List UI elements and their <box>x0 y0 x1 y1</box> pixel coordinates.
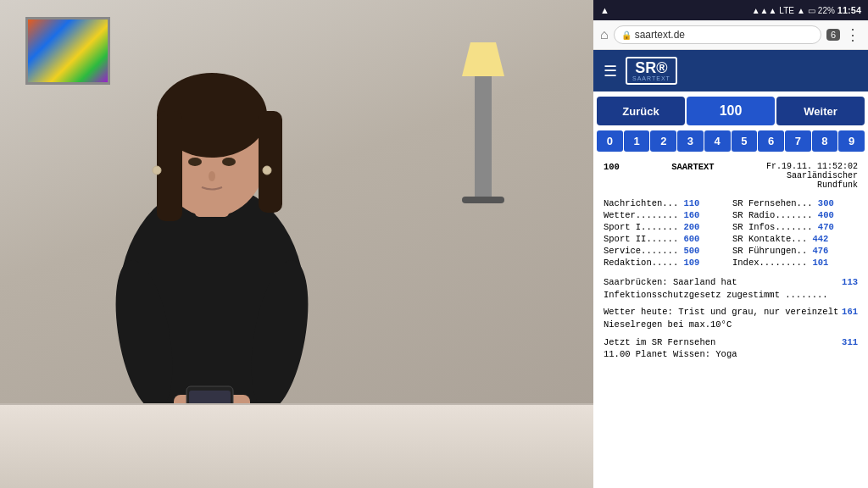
menu-num-5: 470 <box>818 222 834 232</box>
news-item-2[interactable]: 311 Jetzt im SR Fernsehen 11.00 Planet W… <box>604 336 858 361</box>
menu-label-2: Wetter........ <box>604 210 684 220</box>
status-icons: ▲▲▲ LTE ▲ ▭ 22% 11:54 <box>752 5 861 15</box>
news-item-0[interactable]: 113 Saarbrücken: Saarland hat Infektions… <box>604 276 858 301</box>
sr-logo: SR® SAARTEXT <box>626 57 677 85</box>
back-button[interactable]: Zurück <box>597 97 685 125</box>
menu-label-8: Service....... <box>604 246 684 256</box>
menu-item-3[interactable]: SR Radio....... 400 <box>732 210 858 220</box>
svg-point-10 <box>263 166 271 175</box>
menu-label-1: SR Fernsehen... <box>732 198 818 208</box>
menu-num-1: 300 <box>818 198 834 208</box>
lock-icon: 🔒 <box>621 30 632 40</box>
page-number-button[interactable]: 100 <box>687 97 775 125</box>
tab-count[interactable]: 6 <box>826 29 840 41</box>
menu-item-0[interactable]: Nachrichten... 110 <box>604 198 729 208</box>
number-buttons: 0 1 2 3 4 5 6 7 8 9 <box>593 130 868 155</box>
news-item-1[interactable]: 161 Wetter heute: Trist und grau, nur ve… <box>604 306 858 330</box>
sr-logo-text: SR® <box>635 60 667 75</box>
battery-percent: 22% <box>818 6 835 15</box>
menu-item-10[interactable]: Redaktion..... 109 <box>604 258 729 268</box>
menu-num-7: 442 <box>813 234 829 244</box>
news-text-1: Wetter heute: Trist und grau, nur verein… <box>604 307 838 330</box>
forward-button[interactable]: Weiter <box>776 97 865 125</box>
menu-label-6: Sport II...... <box>604 234 684 244</box>
num-btn-1[interactable]: 1 <box>624 130 650 152</box>
browser-bar[interactable]: ⌂ 🔒 saartext.de 6 ⋮ <box>593 20 868 50</box>
menu-item-11[interactable]: Index......... 101 <box>732 258 858 268</box>
news-num-1: 161 <box>842 306 858 319</box>
signal-icon: ▲▲▲ <box>752 6 777 15</box>
teletext-news: 113 Saarbrücken: Saarland hat Infektions… <box>604 276 858 361</box>
news-text-0: Saarbrücken: Saarland hat Infektionsschu… <box>604 277 828 300</box>
svg-rect-5 <box>259 111 282 213</box>
network-icon: LTE <box>779 6 794 15</box>
num-btn-6[interactable]: 6 <box>758 130 784 152</box>
sr-header: ☰ SR® SAARTEXT <box>593 50 868 92</box>
menu-item-5[interactable]: SR Infos....... 470 <box>732 222 858 232</box>
menu-label-4: Sport I....... <box>604 222 684 232</box>
tt-date: Fr.19.11. 11:52:02 <box>766 162 858 171</box>
menu-num-6: 600 <box>684 234 700 244</box>
tt-org2: Rundfunk <box>766 180 858 190</box>
menu-num-8: 500 <box>684 246 700 256</box>
photo-background <box>0 0 593 488</box>
wifi-icon: ▲ <box>797 6 805 15</box>
menu-item-7[interactable]: SR Kontakte... 442 <box>732 234 858 244</box>
menu-num-9: 476 <box>813 246 829 256</box>
sr-logo-sub: SAARTEXT <box>632 75 670 81</box>
num-btn-4[interactable]: 4 <box>704 130 731 152</box>
browser-menu-dots[interactable]: ⋮ <box>845 25 861 44</box>
tt-page-num: 100 <box>604 162 620 190</box>
menu-item-4[interactable]: Sport I....... 200 <box>604 222 729 232</box>
menu-num-10: 109 <box>684 258 700 268</box>
battery-icon: ▭ <box>808 6 815 15</box>
menu-item-6[interactable]: Sport II...... 600 <box>604 234 729 244</box>
svg-rect-4 <box>157 111 182 221</box>
num-btn-9[interactable]: 9 <box>838 130 865 152</box>
menu-label-9: SR Führungen.. <box>732 246 813 256</box>
num-btn-3[interactable]: 3 <box>677 130 704 152</box>
menu-item-2[interactable]: Wetter........ 160 <box>604 210 729 220</box>
url-bar[interactable]: 🔒 saartext.de <box>614 25 821 44</box>
num-btn-5[interactable]: 5 <box>732 130 758 152</box>
menu-num-2: 160 <box>684 210 700 220</box>
num-btn-2[interactable]: 2 <box>650 130 676 152</box>
news-num-2: 311 <box>842 336 858 349</box>
svg-point-8 <box>209 171 215 181</box>
home-icon[interactable]: ⌂ <box>600 27 609 42</box>
lamp <box>475 68 492 203</box>
svg-point-7 <box>222 158 236 166</box>
url-text[interactable]: saartext.de <box>635 29 685 41</box>
teletext-menu: Nachrichten... 110 SR Fernsehen... 300 W… <box>604 198 858 268</box>
menu-label-3: SR Radio....... <box>732 210 818 220</box>
num-btn-7[interactable]: 7 <box>785 130 811 152</box>
table <box>0 403 593 488</box>
status-left: ▲ <box>600 5 609 15</box>
tt-datetime: Fr.19.11. 11:52:02 Saarländischer Rundfu… <box>766 162 858 190</box>
status-bar: ▲ ▲▲▲ LTE ▲ ▭ 22% 11:54 <box>593 0 868 20</box>
num-btn-8[interactable]: 8 <box>812 130 838 152</box>
tt-org1: Saarländischer <box>766 171 858 180</box>
menu-label-0: Nachrichten... <box>604 198 684 208</box>
news-num-0: 113 <box>842 276 858 289</box>
num-btn-0[interactable]: 0 <box>597 130 623 152</box>
menu-item-8[interactable]: Service....... 500 <box>604 246 729 256</box>
menu-label-7: SR Kontakte... <box>732 234 813 244</box>
svg-point-6 <box>188 158 202 166</box>
menu-num-11: 101 <box>813 258 829 268</box>
menu-item-9[interactable]: SR Führungen.. 476 <box>732 246 858 256</box>
news-text-2: Jetzt im SR Fernsehen <box>604 337 715 347</box>
teletext-content: 100 SAARTEXT Fr.19.11. 11:52:02 Saarländ… <box>593 155 868 488</box>
menu-label-5: SR Infos....... <box>732 222 818 232</box>
tt-channel: SAARTEXT <box>671 162 714 190</box>
menu-label-10: Redaktion..... <box>604 258 684 268</box>
menu-num-4: 200 <box>684 222 700 232</box>
menu-num-0: 110 <box>684 198 700 208</box>
status-time: 11:54 <box>837 5 861 15</box>
teletext-app: ☰ SR® SAARTEXT Zurück 100 Weiter 0 1 2 3… <box>593 50 868 488</box>
news-subtext-2: 11.00 Planet Wissen: Yoga <box>604 349 737 359</box>
svg-point-9 <box>153 166 161 175</box>
menu-item-1[interactable]: SR Fernsehen... 300 <box>732 198 858 208</box>
menu-num-3: 400 <box>818 210 834 220</box>
hamburger-menu[interactable]: ☰ <box>604 62 617 80</box>
